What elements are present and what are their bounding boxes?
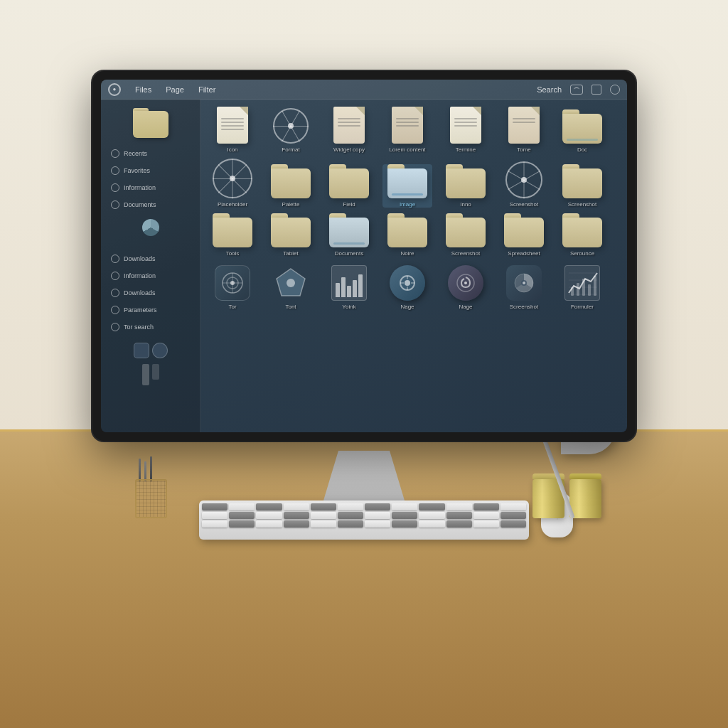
keyboard-key[interactable] [202, 503, 228, 510]
file-item[interactable]: Screenshot [557, 164, 607, 208]
file-item[interactable]: Noire [382, 213, 432, 257]
sidebar-icon-2[interactable] [152, 343, 168, 358]
keyboard-key[interactable] [256, 503, 282, 510]
pen-2 [144, 461, 146, 481]
keyboard-key[interactable] [256, 512, 282, 519]
keyboard-key[interactable] [338, 520, 363, 528]
keyboard-key[interactable] [392, 503, 417, 510]
file-item[interactable]: Tablet [266, 213, 316, 257]
file-item-tor[interactable]: Tor [208, 265, 257, 310]
keyboard-key[interactable] [202, 520, 228, 528]
keyboard-key[interactable] [229, 520, 255, 528]
keyboard-key[interactable] [446, 512, 472, 519]
file-item[interactable]: Field [324, 164, 374, 208]
sidebar-main-folder-icon [133, 108, 168, 138]
keyboard-key[interactable] [365, 503, 390, 510]
file-item-yoink[interactable]: Yoink [324, 265, 374, 310]
keyboard-key[interactable] [338, 512, 363, 519]
sidebar-item-information[interactable]: Information [107, 181, 194, 195]
sidebar-icon-1[interactable] [134, 343, 149, 358]
menu-filter[interactable]: Filter [198, 85, 215, 94]
file-item-highlighted[interactable]: Image [382, 164, 432, 208]
keyboard-key[interactable] [419, 512, 444, 519]
file-item[interactable]: Screenshot [441, 213, 491, 257]
file-item[interactable]: Tools [208, 213, 257, 257]
keyboard-key[interactable] [446, 503, 472, 510]
file-label: Image [400, 201, 415, 208]
sidebar-item-documents[interactable]: Documents [107, 198, 194, 212]
keyboard-key[interactable] [500, 503, 526, 510]
file-item[interactable]: Termine [441, 107, 491, 153]
keyboard-key[interactable] [473, 520, 499, 528]
file-item[interactable]: Placeholder [208, 159, 257, 208]
keyboard-key[interactable] [365, 520, 390, 528]
menu-search[interactable]: Search [537, 85, 562, 94]
file-item[interactable]: Inno [441, 164, 491, 208]
sidebar-item-parameters[interactable]: Parameters [107, 303, 194, 317]
sidebar-item-information2[interactable]: Information [107, 269, 194, 283]
file-item[interactable]: Spreadsheet [499, 213, 549, 257]
file-item[interactable]: Widget copy [324, 107, 374, 153]
keyboard-key[interactable] [202, 512, 228, 519]
keyboard-key[interactable] [419, 520, 444, 528]
menu-page[interactable]: Page [166, 85, 184, 94]
file-item-nage1[interactable]: Nage [382, 265, 432, 310]
sidebar-item-tor-search[interactable]: Tor search [107, 320, 194, 334]
keyboard-key[interactable] [392, 520, 417, 528]
keyboard-key[interactable] [284, 520, 309, 528]
folder-body [329, 168, 369, 198]
keyboard-key[interactable] [365, 512, 390, 519]
file-item-tont[interactable]: Tont [266, 265, 316, 310]
keyboard-key[interactable] [500, 512, 526, 519]
keyboard-key[interactable] [284, 512, 309, 519]
file-item[interactable]: Documents [324, 213, 374, 257]
file-item[interactable]: Screenshot [499, 161, 549, 208]
file-item[interactable]: Serounce [557, 213, 607, 257]
settings-icon [610, 85, 620, 95]
keyboard-key[interactable] [473, 512, 499, 519]
keyboard-key[interactable] [256, 520, 282, 528]
keyboard[interactable] [199, 500, 529, 540]
sidebar-item-recents[interactable]: Recents [107, 146, 194, 161]
sidebar-dot-icon [111, 272, 119, 280]
sidebar-item-downloads[interactable]: Downloads [107, 252, 194, 266]
keyboard-key[interactable] [338, 503, 363, 510]
svg-rect-22 [571, 287, 574, 296]
file-item[interactable]: Format [266, 108, 316, 153]
keyboard-key[interactable] [311, 503, 336, 510]
file-label: Format [282, 146, 299, 153]
keyboard-key[interactable] [392, 512, 417, 519]
keyboard-key[interactable] [311, 520, 336, 528]
keyboard-key[interactable] [500, 520, 526, 528]
pen-cup-body [135, 479, 167, 518]
menu-files[interactable]: Files [135, 85, 151, 94]
file-item[interactable]: Lorem content [382, 107, 432, 153]
keyboard-key[interactable] [419, 503, 444, 510]
folder-icon [387, 213, 427, 247]
apple-logo-icon[interactable]: ● [108, 83, 121, 96]
file-item-formuler[interactable]: Formuler [557, 265, 607, 310]
doc-lines [221, 118, 244, 130]
document-icon [508, 107, 540, 144]
file-item[interactable]: Palette [266, 164, 316, 208]
file-item[interactable]: Doc [557, 109, 607, 153]
sidebar-item-downloads2[interactable]: Downloads [107, 286, 194, 300]
keyboard-key[interactable] [446, 520, 472, 528]
svg-rect-23 [577, 283, 579, 296]
doc-line [454, 125, 477, 127]
sidebar-item-favorites[interactable]: Favorites [107, 164, 194, 178]
keyboard-key[interactable] [229, 503, 255, 510]
screenshot-app-icon [506, 265, 542, 301]
file-item[interactable]: Icon [208, 107, 257, 153]
file-item-screenshot-app[interactable]: Screenshot [499, 265, 549, 310]
keyboard-key[interactable] [229, 512, 255, 519]
doc-line [513, 118, 535, 119]
keyboard-key[interactable] [311, 512, 336, 519]
keyboard-key[interactable] [473, 503, 499, 510]
sidebar-gap [107, 243, 194, 249]
file-item[interactable]: Tome [499, 107, 549, 153]
folder-icon [562, 213, 602, 247]
folder-accent [392, 193, 423, 196]
file-item-nage2[interactable]: Nage [441, 265, 491, 310]
keyboard-key[interactable] [284, 503, 309, 510]
